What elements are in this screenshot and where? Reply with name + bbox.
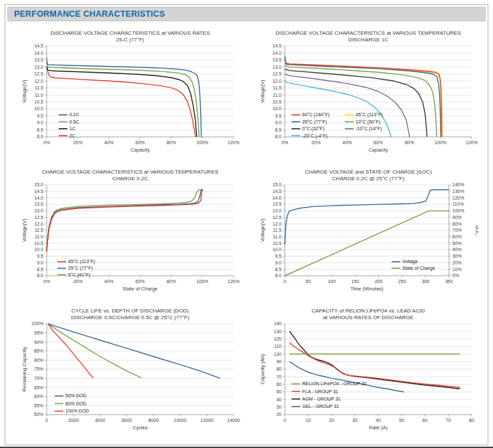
chart-cycle-life-plot: 50%55%60%65%70%75%80%85%90%95%100%020004… bbox=[20, 321, 240, 435]
svg-text:AGM - GROUP 31: AGM - GROUP 31 bbox=[302, 397, 341, 401]
svg-text:Voltage(V): Voltage(V) bbox=[260, 218, 266, 242]
svg-text:120: 120 bbox=[274, 337, 282, 341]
svg-text:8.5: 8.5 bbox=[275, 128, 282, 132]
svg-text:50%: 50% bbox=[34, 412, 43, 417]
chart-discharge-rates-plot: 8.08.59.09.510.010.511.011.512.012.513.0… bbox=[20, 43, 240, 157]
svg-text:130%: 130% bbox=[452, 189, 464, 194]
svg-text:0%: 0% bbox=[43, 140, 50, 145]
svg-text:60%: 60% bbox=[135, 279, 145, 284]
svg-text:8.0: 8.0 bbox=[37, 134, 43, 139]
svg-text:350: 350 bbox=[445, 279, 453, 284]
svg-text:20%: 20% bbox=[452, 260, 462, 265]
svg-text:12.0: 12.0 bbox=[272, 79, 282, 83]
datasheet-page: PERFORMANCE CHARACTERISTICS DISCHARGE VO… bbox=[5, 4, 488, 445]
svg-text:80%: 80% bbox=[405, 140, 414, 145]
svg-text:9.0: 9.0 bbox=[275, 260, 282, 265]
chart-title: CAPACITY of RELiON LiFePO4 vs. LEAD ACID bbox=[258, 308, 478, 314]
svg-text:Voltage(V): Voltage(V) bbox=[21, 79, 27, 103]
svg-text:20: 20 bbox=[276, 412, 282, 417]
svg-text:0%: 0% bbox=[43, 279, 50, 284]
svg-text:80: 80 bbox=[276, 367, 282, 371]
chart-charge-soc-plot: 8.08.59.09.510.010.511.011.512.012.513.0… bbox=[258, 182, 478, 296]
svg-text:9.5: 9.5 bbox=[275, 254, 282, 258]
svg-text:250: 250 bbox=[398, 279, 406, 284]
svg-text:110%: 110% bbox=[452, 202, 464, 206]
svg-text:13.5: 13.5 bbox=[34, 202, 43, 206]
chart-discharge-temperatures: DISCHARGE VOLTAGE CHARACTERISTICS at VAR… bbox=[258, 30, 478, 157]
svg-text:25°C (77°F): 25°C (77°F) bbox=[302, 120, 327, 125]
svg-text:110: 110 bbox=[274, 344, 282, 349]
svg-text:9.5: 9.5 bbox=[275, 114, 282, 118]
svg-text:100% DOD: 100% DOD bbox=[65, 409, 89, 413]
svg-text:14.5: 14.5 bbox=[272, 43, 282, 48]
svg-text:10%: 10% bbox=[452, 267, 462, 272]
svg-text:10.0: 10.0 bbox=[34, 247, 43, 252]
svg-text:20%: 20% bbox=[73, 279, 83, 284]
svg-text:0%: 0% bbox=[452, 273, 459, 278]
svg-text:Rate (A): Rate (A) bbox=[369, 425, 388, 431]
svg-text:100: 100 bbox=[274, 352, 282, 357]
svg-text:Capacity: Capacity bbox=[130, 147, 149, 153]
svg-text:120%: 120% bbox=[452, 196, 464, 200]
svg-text:14.0: 14.0 bbox=[34, 51, 43, 55]
chart-subtitle: DISCHARGE 1C bbox=[258, 37, 478, 43]
svg-text:150: 150 bbox=[352, 279, 360, 284]
chart-cycle-life: CYCLE LIFE vs. DEPTH OF DISCHARGE (DOD) … bbox=[20, 308, 240, 435]
svg-text:9.0: 9.0 bbox=[275, 120, 282, 125]
svg-text:11.5: 11.5 bbox=[35, 228, 43, 232]
chart-title: DISCHARGE VOLTAGE CHARACTERISTICS at VAR… bbox=[20, 30, 240, 37]
svg-text:12.0: 12.0 bbox=[272, 222, 282, 226]
svg-text:0.2C: 0.2C bbox=[69, 112, 79, 117]
svg-text:Capacity (Ah): Capacity (Ah) bbox=[260, 354, 266, 385]
svg-text:60°C (140°F): 60°C (140°F) bbox=[302, 112, 330, 118]
svg-text:200: 200 bbox=[375, 279, 383, 284]
svg-text:12.5: 12.5 bbox=[272, 71, 282, 76]
svg-text:80%: 80% bbox=[167, 140, 176, 145]
svg-text:60%: 60% bbox=[135, 140, 145, 145]
section-header: PERFORMANCE CHARACTERISTICS bbox=[7, 7, 486, 21]
svg-text:9.0: 9.0 bbox=[37, 260, 43, 265]
svg-text:14.5: 14.5 bbox=[34, 43, 43, 48]
svg-text:5°C (41°F): 5°C (41°F) bbox=[68, 272, 90, 278]
svg-text:60: 60 bbox=[422, 418, 428, 423]
svg-text:6000: 6000 bbox=[121, 418, 132, 423]
svg-text:8.5: 8.5 bbox=[275, 267, 282, 272]
svg-text:40: 40 bbox=[276, 397, 282, 402]
svg-text:20: 20 bbox=[329, 418, 334, 423]
svg-text:100%: 100% bbox=[196, 140, 208, 145]
svg-text:90%: 90% bbox=[452, 215, 462, 220]
svg-text:Remaining Capacity: Remaining Capacity bbox=[21, 347, 27, 391]
svg-text:140%: 140% bbox=[452, 182, 464, 187]
svg-text:12.0: 12.0 bbox=[34, 79, 43, 83]
svg-text:0°C (32°F): 0°C (32°F) bbox=[302, 126, 324, 132]
svg-text:80%: 80% bbox=[167, 279, 176, 284]
chart-subtitle: DISCHARGE 0.5C/CHARGE 0.5C @ 25°C (77°F) bbox=[20, 314, 240, 321]
svg-text:13.0: 13.0 bbox=[272, 65, 282, 69]
svg-text:15.0: 15.0 bbox=[34, 182, 43, 187]
svg-text:14.5: 14.5 bbox=[272, 189, 282, 194]
svg-text:60%: 60% bbox=[374, 140, 383, 145]
svg-text:10.5: 10.5 bbox=[272, 99, 282, 104]
svg-text:11.0: 11.0 bbox=[273, 234, 282, 239]
chart-subtitle: CHARGE 0.2C bbox=[20, 176, 240, 182]
svg-text:2C: 2C bbox=[69, 134, 75, 138]
svg-text:GEL - GROUP 31: GEL - GROUP 31 bbox=[302, 404, 339, 409]
chart-subtitle: 25-C (77°F) bbox=[20, 37, 240, 43]
svg-text:100%: 100% bbox=[196, 279, 208, 284]
svg-text:13.5: 13.5 bbox=[272, 202, 282, 206]
chart-charge-temperatures-plot: 8.08.59.09.510.010.511.011.512.012.513.0… bbox=[20, 182, 240, 296]
svg-text:Voltage(V): Voltage(V) bbox=[21, 218, 27, 242]
svg-text:14.0: 14.0 bbox=[34, 196, 43, 200]
svg-text:11.0: 11.0 bbox=[35, 93, 43, 97]
chart-title: CHARGE VOLTAGE CHARACTERISTICS at VARIOU… bbox=[20, 169, 240, 176]
svg-text:11.0: 11.0 bbox=[35, 234, 43, 239]
svg-text:80%: 80% bbox=[34, 358, 43, 363]
svg-text:13.0: 13.0 bbox=[34, 65, 43, 69]
svg-text:50%: 50% bbox=[452, 241, 462, 246]
svg-text:75%: 75% bbox=[34, 367, 43, 371]
svg-text:120%: 120% bbox=[227, 140, 239, 145]
svg-text:14.5: 14.5 bbox=[34, 189, 43, 194]
svg-text:15.0: 15.0 bbox=[272, 182, 282, 187]
svg-text:10.0: 10.0 bbox=[34, 106, 43, 111]
svg-text:10.5: 10.5 bbox=[272, 241, 282, 246]
